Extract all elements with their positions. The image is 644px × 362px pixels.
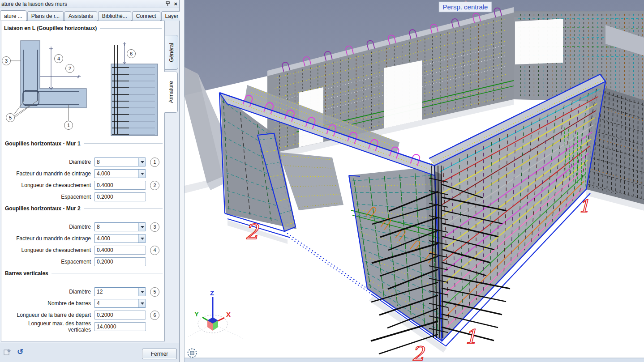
diametre-mur1-label: Diamètre [5, 159, 94, 165]
form-row: Espacement [5, 192, 163, 201]
svg-text:6: 6 [130, 51, 133, 56]
palette-title: ature de la liaison des murs [1, 1, 67, 7]
chevron-down-icon[interactable] [138, 288, 146, 296]
close-button[interactable]: Fermer [142, 349, 177, 359]
callout-badge: 3 [150, 222, 159, 232]
palette-tab-bar: ature ...Plans de r...AssistantsBiblioth… [0, 8, 179, 21]
facteur-mandrin-mur1-combo[interactable]: 4.000 [94, 169, 146, 178]
palette-titlebar: ature de la liaison des murs × [0, 0, 179, 8]
svg-text:Persp. centrale: Persp. centrale [443, 3, 488, 11]
svg-text:3: 3 [5, 58, 8, 64]
callout-badge: 2 [150, 181, 159, 190]
svg-text:1: 1 [67, 123, 70, 128]
callout-badge: 1 [150, 158, 159, 167]
armature-tab-page: Liaison en L (Goupilles horizontaux) [1, 21, 165, 341]
form-row: Longueur de chevauchement2 [5, 181, 163, 190]
group-goupilles-mur1: Goupilles horizontaux - Mur 1Diamètre81F… [5, 140, 163, 204]
form-row: Diamètre83 [5, 222, 163, 231]
undo-icon[interactable]: ↺ [17, 349, 23, 356]
callout-badge: 5 [150, 287, 159, 297]
svg-text:2: 2 [69, 66, 71, 71]
nombre-barres-combo[interactable]: 4 [94, 299, 146, 308]
form-row: Longueur de chevauchement4 [5, 246, 163, 255]
chevron-down-icon[interactable] [138, 234, 146, 243]
section-label: 1 [464, 325, 477, 348]
diametre-barres-label: Diamètre [5, 289, 94, 295]
nombre-barres-value: 4 [94, 300, 138, 307]
form-row: Nombre de barres4 [5, 299, 163, 308]
form-row: Diamètre125 [5, 287, 163, 296]
diametre-barres-combo[interactable]: 12 [94, 287, 146, 296]
callout-badge: 6 [150, 311, 159, 320]
group-barres-verticales: Barres verticalesDiamètre125Nombre de ba… [5, 270, 163, 334]
facteur-mandrin-mur2-value: 4.000 [94, 235, 138, 242]
axis-x-label: X [226, 311, 231, 318]
nombre-barres-label: Nombre de barres [5, 300, 94, 307]
axis-y-label: Y [194, 310, 199, 318]
viewport-3d[interactable]: 2 1 1 2 Persp. centrale [185, 0, 644, 362]
tab-armature[interactable]: Armature [164, 72, 178, 113]
section-label: 2 [245, 220, 259, 244]
section-label: 1 [579, 196, 589, 216]
facteur-mandrin-mur2-combo[interactable]: 4.000 [94, 234, 146, 243]
save-favorite-icon[interactable] [4, 349, 11, 356]
diametre-mur1-combo[interactable]: 8 [94, 158, 146, 166]
espacement-mur1-label: Espacement [5, 194, 94, 200]
scene-3d [185, 0, 644, 358]
svg-text:4: 4 [57, 56, 60, 61]
tab-ature[interactable]: ature ... [0, 10, 26, 21]
axis-z-label: Z [210, 289, 214, 297]
longueur-chevauchement-mur1-input[interactable] [94, 181, 146, 190]
espacement-mur2-input[interactable] [94, 257, 146, 266]
chevron-down-icon[interactable] [138, 158, 146, 166]
facteur-mandrin-mur1-label: Facteur du mandrin de cintrage [5, 170, 94, 177]
diagram-callout: 2 [66, 64, 74, 73]
longueur-max-barres-input[interactable] [94, 322, 146, 331]
diametre-mur1-value: 8 [94, 159, 138, 165]
diametre-mur2-value: 8 [94, 224, 138, 230]
chevron-down-icon[interactable] [138, 299, 146, 307]
tab-assistants[interactable]: Assistants [64, 11, 97, 21]
palette-footer: ↺ Fermer [0, 343, 179, 362]
section-label: 2 [412, 342, 425, 362]
form-row: Longueur de la barre de départ6 [5, 311, 163, 319]
espacement-mur1-input[interactable] [94, 192, 146, 201]
diagram-section-title: Liaison en L (Goupilles horizontaux) [4, 25, 162, 31]
longueur-max-barres-label: Longueur max. des barres verticales [5, 320, 94, 333]
diagram-callout: 5 [6, 114, 15, 122]
callout-badge: 4 [150, 246, 159, 255]
reinforcement-palette: ature de la liaison des murs × ature ...… [0, 0, 180, 362]
tab-connect[interactable]: Connect [132, 11, 160, 21]
tab-plansder[interactable]: Plans de r... [27, 11, 64, 21]
form-row: Longueur max. des barres verticales [5, 322, 163, 331]
group-goupilles-mur2: Goupilles horizontaux - Mur 2Diamètre83F… [5, 205, 163, 269]
l-connection-diagram: 342516 [2, 33, 164, 140]
diagram-callout: 1 [64, 121, 73, 130]
longueur-chevauchement-mur2-input[interactable] [94, 246, 146, 255]
close-icon[interactable]: × [174, 0, 177, 7]
chevron-down-icon[interactable] [138, 223, 146, 231]
longueur-barre-depart-input[interactable] [94, 311, 146, 319]
longueur-barre-depart-label: Longueur de la barre de départ [5, 312, 94, 318]
form-row: Espacement [5, 257, 163, 266]
diagram-callout: 6 [127, 50, 136, 58]
chevron-down-icon[interactable] [138, 170, 146, 178]
group-title: Goupilles horizontaux - Mur 2 [5, 205, 81, 212]
form-row: Facteur du mandrin de cintrage4.000 [5, 234, 163, 243]
pin-icon[interactable] [165, 1, 170, 7]
tab-biblioth[interactable]: Bibliothè... [98, 11, 131, 21]
facteur-mandrin-mur2-label: Facteur du mandrin de cintrage [5, 235, 94, 242]
tab-general[interactable]: Général [165, 35, 178, 70]
l-wall-shape [21, 41, 86, 108]
group-title: Barres verticales [5, 270, 48, 277]
diametre-mur2-combo[interactable]: 8 [94, 222, 146, 231]
longueur-chevauchement-mur1-label: Longueur de chevauchement [5, 182, 94, 188]
panel-splitter[interactable] [180, 0, 185, 362]
diagram-callout: 4 [55, 55, 63, 63]
svg-text:5: 5 [9, 115, 12, 120]
facteur-mandrin-mur1-value: 4.000 [94, 170, 138, 177]
espacement-mur2-label: Espacement [5, 259, 94, 265]
form-row: Facteur du mandrin de cintrage4.000 [5, 169, 163, 178]
diametre-barres-value: 12 [94, 289, 138, 295]
group-title: Goupilles horizontaux - Mur 1 [5, 141, 81, 147]
